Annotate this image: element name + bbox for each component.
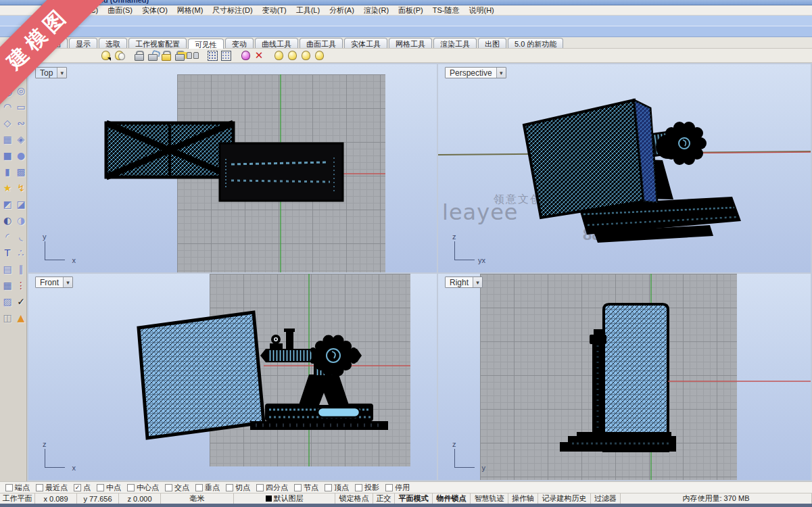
status-cell-7[interactable]: 正交 bbox=[373, 493, 395, 504]
status-cell-6[interactable]: 锁定格点 bbox=[335, 493, 373, 504]
osnap-8[interactable]: 四分点 bbox=[256, 483, 288, 493]
osnap-checkbox-6[interactable] bbox=[195, 484, 203, 491]
array-icon[interactable]: ▦ bbox=[1, 278, 14, 292]
status-cell-8[interactable]: 平面模式 bbox=[395, 493, 433, 504]
osnap-11[interactable]: 投影 bbox=[355, 483, 379, 493]
explode-icon[interactable]: ★ bbox=[1, 180, 14, 195]
isolate-objects-icon[interactable] bbox=[206, 49, 218, 62]
status-cell-11[interactable]: 操作轴 bbox=[508, 493, 538, 504]
hide-swap-icon[interactable] bbox=[239, 49, 252, 62]
lock-selected-icon[interactable] bbox=[160, 49, 172, 62]
sphere-icon[interactable]: ● bbox=[15, 148, 27, 162]
osnap-10[interactable]: 顶点 bbox=[325, 483, 349, 493]
cylinder-icon[interactable]: ▮ bbox=[1, 164, 14, 178]
patch-surface-icon[interactable]: ◈ bbox=[15, 132, 27, 146]
viewport-perspective[interactable]: 领意文创 leayee www 400-888-9 bbox=[438, 64, 811, 272]
osnap-3[interactable]: 中点 bbox=[97, 483, 121, 493]
mesh-box-icon[interactable]: ▩ bbox=[15, 164, 27, 178]
isolate-lock-icon[interactable] bbox=[220, 49, 232, 62]
polygon-icon[interactable]: ◇ bbox=[1, 116, 14, 130]
show-in-viewport-3-icon[interactable] bbox=[300, 49, 312, 62]
tab-6[interactable]: 曲线工具 bbox=[255, 38, 298, 48]
point-column-icon[interactable]: ⋮ bbox=[15, 278, 27, 292]
osnap-7[interactable]: 切点 bbox=[226, 483, 250, 493]
osnap-checkbox-7[interactable] bbox=[226, 484, 233, 491]
menu-item-8[interactable]: 渲染(R) bbox=[359, 5, 393, 16]
status-cell-5[interactable]: 默认图层 bbox=[234, 493, 335, 504]
menu-item-11[interactable]: 说明(H) bbox=[464, 5, 498, 16]
arc-icon[interactable]: ◠ bbox=[1, 99, 14, 114]
tab-1[interactable]: 显示 bbox=[69, 38, 97, 48]
osnap-12[interactable]: 停用 bbox=[385, 483, 410, 493]
tab-5[interactable]: 变动 bbox=[225, 38, 254, 48]
paint-icon[interactable]: ▨ bbox=[1, 294, 14, 308]
chevron-down-icon[interactable]: ▾ bbox=[63, 277, 72, 287]
viewport-title-perspective[interactable]: Perspective ▾ bbox=[445, 67, 506, 78]
smash-icon[interactable]: ↯ bbox=[15, 180, 27, 195]
chevron-down-icon[interactable]: ▾ bbox=[496, 68, 506, 78]
surface-from-points-icon[interactable]: ▦ bbox=[1, 132, 14, 146]
menu-item-5[interactable]: 变动(T) bbox=[258, 5, 291, 16]
osnap-checkbox-10[interactable] bbox=[325, 484, 332, 491]
osnap-5[interactable]: 交点 bbox=[165, 483, 189, 493]
osnap-2[interactable]: ✓点 bbox=[74, 483, 91, 493]
viewport-title-right[interactable]: Right ▾ bbox=[445, 276, 483, 288]
menu-item-9[interactable]: 面板(P) bbox=[393, 5, 428, 16]
distribute-icon[interactable]: ∥ bbox=[15, 262, 27, 276]
menu-item-2[interactable]: 实体(O) bbox=[137, 5, 172, 16]
command-prompt-line[interactable] bbox=[0, 26, 812, 37]
tab-10[interactable]: 渲染工具 bbox=[433, 38, 477, 48]
status-cell-12[interactable]: 记录建构历史 bbox=[538, 493, 591, 504]
osnap-4[interactable]: 中心点 bbox=[127, 483, 159, 493]
osnap-checkbox-8[interactable] bbox=[256, 484, 264, 491]
tab-12[interactable]: 5.0 的新功能 bbox=[508, 38, 563, 48]
lock-objects-icon[interactable] bbox=[133, 49, 145, 62]
menu-item-1[interactable]: 曲面(S) bbox=[103, 5, 137, 16]
viewport-top[interactable]: Top ▾ y x bbox=[28, 64, 437, 272]
boolean-difference-icon[interactable]: ◐ bbox=[1, 213, 14, 227]
unhide-all-x-icon[interactable]: ✕ bbox=[253, 49, 265, 62]
cone-icon[interactable]: ▲ bbox=[15, 310, 27, 324]
show-in-viewport-4-icon[interactable] bbox=[313, 49, 325, 62]
status-cell-9[interactable]: 物件锁点 bbox=[433, 493, 471, 504]
status-cell-0[interactable]: 工作平面 bbox=[0, 493, 35, 504]
show-lamps-icon[interactable] bbox=[187, 49, 199, 62]
osnap-0[interactable]: 端点 bbox=[5, 483, 30, 493]
rectangle-icon[interactable]: ▭ bbox=[15, 99, 27, 114]
hide-object-pointer-icon[interactable] bbox=[99, 49, 112, 62]
point-cloud-icon[interactable]: ∴ bbox=[15, 245, 27, 260]
trim-icon[interactable]: ◩ bbox=[1, 197, 14, 211]
tab-9[interactable]: 网格工具 bbox=[389, 38, 432, 48]
menu-item-10[interactable]: TS-随意 bbox=[428, 5, 464, 16]
osnap-checkbox-2[interactable]: ✓ bbox=[74, 484, 81, 491]
status-cell-13[interactable]: 过滤器 bbox=[591, 493, 621, 504]
osnap-checkbox-1[interactable] bbox=[36, 484, 43, 491]
viewport-right[interactable]: Right ▾ z y bbox=[438, 274, 811, 480]
menu-item-3[interactable]: 网格(M) bbox=[172, 5, 208, 16]
block-icon[interactable]: ▤ bbox=[1, 262, 14, 276]
osnap-1[interactable]: 最近点 bbox=[36, 483, 68, 493]
tab-4[interactable]: 可见性 bbox=[188, 39, 224, 49]
osnap-checkbox-5[interactable] bbox=[165, 484, 172, 491]
show-in-viewport-2-icon[interactable] bbox=[286, 49, 298, 62]
offset-curve-icon[interactable]: ◟ bbox=[15, 229, 27, 243]
status-cell-10[interactable]: 智慧轨迹 bbox=[471, 493, 508, 504]
split-icon[interactable]: ◪ bbox=[15, 197, 27, 211]
menu-item-6[interactable]: 工具(L) bbox=[291, 5, 325, 16]
osnap-6[interactable]: 垂点 bbox=[195, 483, 220, 493]
menu-item-7[interactable]: 分析(A) bbox=[325, 5, 359, 16]
text-icon[interactable]: T bbox=[1, 245, 14, 260]
osnap-checkbox-9[interactable] bbox=[294, 484, 302, 491]
menu-item-4[interactable]: 尺寸标注(D) bbox=[208, 5, 257, 16]
lock-swap-icon[interactable] bbox=[173, 49, 185, 62]
show-in-viewport-1-icon[interactable] bbox=[272, 49, 285, 62]
check-icon[interactable]: ✓ bbox=[15, 294, 27, 308]
solid-tools-icon[interactable]: ◫ bbox=[1, 310, 14, 324]
osnap-checkbox-0[interactable] bbox=[5, 484, 13, 491]
tab-8[interactable]: 实体工具 bbox=[344, 38, 387, 48]
chevron-down-icon[interactable]: ▾ bbox=[57, 68, 66, 78]
viewport-title-front[interactable]: Front ▾ bbox=[35, 276, 73, 288]
osnap-checkbox-11[interactable] bbox=[355, 484, 362, 491]
boolean-union-icon[interactable]: ◑ bbox=[15, 213, 27, 227]
show-hide-objects-icon[interactable] bbox=[113, 49, 125, 62]
